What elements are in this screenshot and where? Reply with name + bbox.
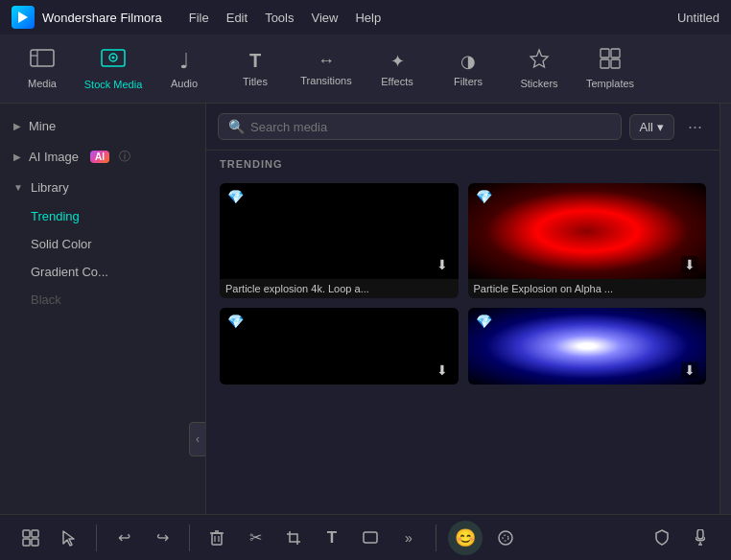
svg-point-22	[503, 535, 508, 541]
sidebar-subitem-black[interactable]: Black	[0, 286, 205, 314]
media-badge-1: 💎	[227, 189, 244, 204]
media-label-2: Particle Explosion on Alpha ...	[468, 279, 707, 298]
tool-audio[interactable]: ♩ Audio	[150, 36, 219, 102]
svg-point-21	[499, 531, 512, 545]
svg-point-6	[112, 56, 115, 58]
templates-icon	[600, 48, 621, 74]
menu-tools[interactable]: Tools	[265, 11, 294, 25]
window-title: Untitled	[677, 11, 719, 25]
tool-templates[interactable]: Templates	[576, 36, 645, 102]
record-button[interactable]: 😊	[448, 521, 483, 555]
info-icon[interactable]: ⓘ	[119, 149, 130, 165]
menu-bar: File Edit Tools View Help	[189, 11, 670, 25]
shield-button[interactable]	[647, 523, 677, 553]
redo-button[interactable]: ↪	[147, 523, 177, 553]
sidebar: ▶ Mine ▶ AI Image AI ⓘ ▼ Library Trendin…	[0, 104, 206, 514]
search-input[interactable]	[250, 120, 611, 134]
sidebar-subitem-trending[interactable]: Trending	[0, 202, 205, 230]
svg-rect-1	[31, 50, 54, 66]
crop-button[interactable]	[278, 523, 309, 553]
download-icon-2[interactable]: ⬇	[681, 256, 698, 273]
svg-marker-0	[18, 12, 28, 23]
tool-effects[interactable]: ✦ Effects	[363, 36, 432, 102]
content-panel: 🔍 All ▾ ··· TRENDING 💎 ⬇ Particle explos…	[206, 104, 719, 514]
search-input-wrap[interactable]: 🔍	[218, 113, 622, 140]
tool-media[interactable]: Media	[8, 36, 77, 102]
media-card-4[interactable]: 💎 ⬇	[468, 308, 707, 385]
media-card-2[interactable]: 💎 ⬇ Particle Explosion on Alpha ...	[468, 183, 707, 298]
tool-stickers-label: Stickers	[520, 78, 557, 89]
sidebar-subitem-solid-color[interactable]: Solid Color	[0, 230, 205, 258]
tool-filters[interactable]: ◑ Filters	[434, 36, 503, 102]
menu-edit[interactable]: Edit	[226, 11, 248, 25]
media-badge-2: 💎	[476, 189, 492, 204]
sidebar-item-mine[interactable]: ▶ Mine	[0, 111, 205, 141]
media-badge-4: 💎	[476, 314, 492, 329]
media-grid: 💎 ⬇ Particle explosion 4k. Loop a... 💎 ⬇…	[206, 175, 719, 392]
media-thumbnail-3: 💎 ⬇	[220, 308, 459, 385]
svg-rect-11	[23, 530, 30, 537]
chevron-right-icon: ▶	[13, 121, 21, 131]
tool-templates-label: Templates	[586, 78, 634, 89]
undo-button[interactable]: ↩	[108, 523, 139, 553]
svg-rect-23	[697, 529, 703, 539]
sidebar-item-ai-label: AI Image	[29, 150, 79, 164]
media-card-3[interactable]: 💎 ⬇	[220, 308, 459, 385]
tool-media-label: Media	[28, 78, 57, 89]
svg-rect-9	[601, 59, 609, 68]
filters-icon: ◑	[460, 51, 476, 72]
menu-view[interactable]: View	[311, 11, 338, 25]
effects-icon: ✦	[390, 51, 405, 72]
sidebar-subitem-black-label: Black	[31, 292, 61, 307]
tool-titles[interactable]: T Titles	[221, 36, 290, 102]
effects-ring-button[interactable]	[490, 523, 521, 553]
audio-icon: ♩	[179, 49, 189, 74]
tool-transitions-label: Transitions	[300, 75, 351, 86]
download-icon-1[interactable]: ⬇	[434, 256, 451, 273]
menu-help[interactable]: Help	[355, 11, 381, 25]
svg-rect-13	[23, 539, 30, 546]
media-label-1: Particle explosion 4k. Loop a...	[220, 279, 459, 298]
svg-rect-8	[611, 49, 620, 58]
chevron-down-icon: ▼	[13, 182, 23, 193]
filter-label: All	[640, 120, 653, 134]
cut-button[interactable]: ✂	[240, 523, 271, 553]
separator-2	[189, 525, 190, 551]
mic-button[interactable]	[685, 523, 716, 553]
sidebar-collapse-button[interactable]: ‹	[189, 422, 206, 456]
transitions-icon: ↔	[318, 51, 335, 71]
media-icon	[30, 48, 55, 74]
layout-tool-button[interactable]	[15, 523, 46, 553]
menu-file[interactable]: File	[189, 11, 209, 25]
sidebar-subitem-gradient[interactable]: Gradient Co...	[0, 258, 205, 286]
download-icon-4[interactable]: ⬇	[681, 362, 698, 379]
delete-button[interactable]	[201, 523, 232, 553]
separator-1	[96, 525, 97, 551]
svg-rect-7	[601, 49, 609, 58]
titlebar: Wondershare Filmora File Edit Tools View…	[0, 0, 731, 35]
tool-stock-media-label: Stock Media	[84, 79, 143, 90]
search-bar: 🔍 All ▾ ···	[206, 104, 719, 151]
app-logo	[12, 6, 35, 29]
tool-stickers[interactable]: Stickers	[505, 36, 574, 102]
main-area: ▶ Mine ▶ AI Image AI ⓘ ▼ Library Trendin…	[0, 104, 731, 514]
sidebar-subitem-gradient-label: Gradient Co...	[31, 265, 108, 279]
search-icon: 🔍	[228, 119, 245, 134]
text-tool-button[interactable]: T	[317, 523, 347, 553]
svg-rect-15	[212, 533, 222, 545]
sidebar-item-ai-image[interactable]: ▶ AI Image AI ⓘ	[0, 141, 205, 173]
tool-stock-media[interactable]: Stock Media	[79, 36, 148, 102]
bottom-tool-group-right	[647, 523, 716, 553]
more-options-button[interactable]: ···	[682, 115, 708, 139]
screen-tool-button[interactable]	[355, 523, 386, 553]
sidebar-subitem-trending-label: Trending	[31, 209, 80, 223]
filter-dropdown[interactable]: All ▾	[629, 114, 674, 140]
sidebar-item-library[interactable]: ▼ Library	[0, 173, 205, 202]
tool-transitions[interactable]: ↔ Transitions	[292, 36, 361, 102]
tool-effects-label: Effects	[381, 76, 413, 87]
media-card-1[interactable]: 💎 ⬇ Particle explosion 4k. Loop a...	[220, 183, 459, 298]
select-tool-button[interactable]	[54, 523, 84, 553]
more-tools-button[interactable]: »	[393, 523, 424, 553]
download-icon-3[interactable]: ⬇	[434, 362, 451, 379]
bottom-toolbar: ↩ ↪ ✂ T » 😊	[0, 514, 731, 560]
